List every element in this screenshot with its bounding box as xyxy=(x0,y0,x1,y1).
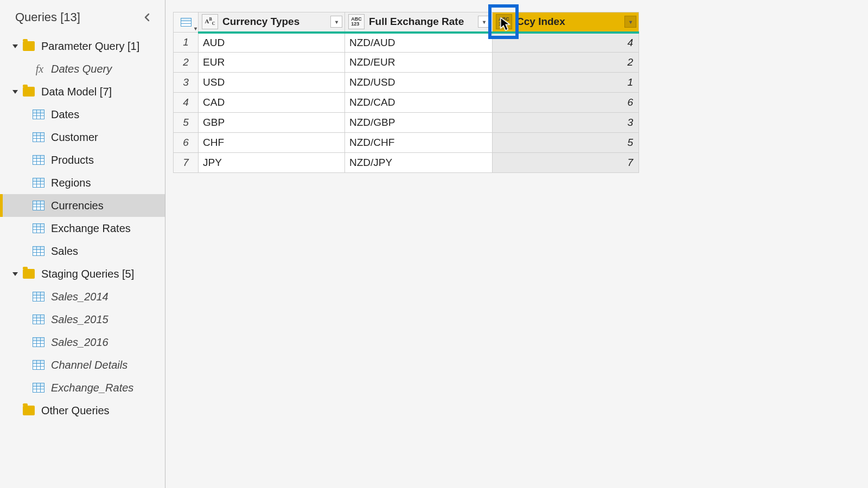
row-number: 3 xyxy=(174,73,199,93)
type-icon-text[interactable]: ABC xyxy=(202,14,218,29)
folder-icon xyxy=(23,269,35,279)
sidebar-group-label: Staging Queries [5] xyxy=(41,268,134,280)
table-icon xyxy=(33,383,44,393)
sidebar-item[interactable]: Sales_2015 xyxy=(0,308,165,331)
sidebar-title: Queries [13] xyxy=(15,10,80,24)
column-filter-button[interactable]: ▾ xyxy=(624,16,636,28)
table-row[interactable]: 2EURNZD/EUR2 xyxy=(174,53,639,73)
sidebar-group[interactable]: Data Model [7] xyxy=(0,80,165,103)
collapse-sidebar-button[interactable] xyxy=(140,10,155,25)
table-icon xyxy=(33,155,44,165)
sidebar-item[interactable]: Sales xyxy=(0,240,165,262)
cell-ccy-index[interactable]: 1 xyxy=(493,73,639,93)
sidebar-item[interactable]: Customer xyxy=(0,126,165,149)
column-filter-button[interactable]: ▾ xyxy=(330,16,342,28)
sidebar-group[interactable]: Parameter Query [1] xyxy=(0,35,165,57)
table-icon xyxy=(33,201,44,210)
sidebar-item[interactable]: Exchange Rates xyxy=(0,217,165,240)
cell-ccy-index[interactable]: 5 xyxy=(493,133,639,153)
cell-full-exchange-rate[interactable]: NZD/CHF xyxy=(345,133,493,153)
cell-full-exchange-rate[interactable]: NZD/GBP xyxy=(345,113,493,133)
cell-currency-types[interactable]: JPY xyxy=(199,153,345,173)
sidebar-item-label: Dates xyxy=(51,108,79,121)
sidebar-item[interactable]: fxDates Query xyxy=(0,57,165,80)
cell-full-exchange-rate[interactable]: NZD/JPY xyxy=(345,153,493,173)
caret-down-icon xyxy=(11,43,20,49)
column-name: Ccy Index xyxy=(516,16,624,28)
row-number: 5 xyxy=(174,113,199,133)
cell-ccy-index[interactable]: 2 xyxy=(493,53,639,73)
sidebar-item-label: Dates Query xyxy=(51,63,112,75)
sidebar-item-label: Exchange Rates xyxy=(51,222,131,235)
column-filter-button[interactable]: ▾ xyxy=(478,16,490,28)
table-row[interactable]: 3USDNZD/USD1 xyxy=(174,73,639,93)
cell-ccy-index[interactable]: 6 xyxy=(493,93,639,113)
sidebar-group-label: Parameter Query [1] xyxy=(41,40,139,53)
queries-sidebar: Queries [13] Parameter Query [1]fxDates … xyxy=(0,0,165,488)
sidebar-group-label: Other Queries xyxy=(41,404,110,417)
cell-full-exchange-rate[interactable]: NZD/USD xyxy=(345,73,493,93)
type-icon-any[interactable]: ABC 123 xyxy=(348,14,365,29)
cell-currency-types[interactable]: CAD xyxy=(199,93,345,113)
sidebar-item[interactable]: Exchange_Rates xyxy=(0,376,165,399)
table-icon xyxy=(33,337,44,347)
cell-full-exchange-rate[interactable]: NZD/AUD xyxy=(345,33,493,53)
sidebar-item-label: Regions xyxy=(51,177,91,189)
sidebar-item-label: Exchange_Rates xyxy=(51,382,133,394)
folder-icon xyxy=(23,41,35,51)
cell-currency-types[interactable]: EUR xyxy=(199,53,345,73)
table-row[interactable]: 6CHFNZD/CHF5 xyxy=(174,133,639,153)
cell-ccy-index[interactable]: 4 xyxy=(493,33,639,53)
column-name: Full Exchange Rate xyxy=(369,16,478,28)
sidebar-item-label: Sales xyxy=(51,245,78,258)
column-header-full-exchange-rate[interactable]: ABC 123 Full Exchange Rate ▾ xyxy=(345,12,493,33)
column-header-ccy-index[interactable]: ABC 123 Ccy Index ▾ xyxy=(493,12,639,33)
table-row[interactable]: 4CADNZD/CAD6 xyxy=(174,93,639,113)
row-number: 6 xyxy=(174,133,199,153)
chevron-left-icon xyxy=(143,13,152,22)
cell-ccy-index[interactable]: 7 xyxy=(493,153,639,173)
sidebar-item[interactable]: Products xyxy=(0,149,165,171)
cell-full-exchange-rate[interactable]: NZD/CAD xyxy=(345,93,493,113)
cell-currency-types[interactable]: AUD xyxy=(199,33,345,53)
sidebar-item[interactable]: Sales_2016 xyxy=(0,331,165,354)
table-icon xyxy=(33,178,44,188)
cell-currency-types[interactable]: CHF xyxy=(199,133,345,153)
row-number: 2 xyxy=(174,53,199,73)
sidebar-group-label: Data Model [7] xyxy=(41,86,112,98)
sidebar-item-label: Sales_2015 xyxy=(51,313,108,326)
table-row[interactable]: 1AUDNZD/AUD4 xyxy=(174,33,639,53)
caret-down-icon xyxy=(11,271,20,277)
sidebar-item[interactable]: Regions xyxy=(0,171,165,194)
table-icon xyxy=(33,110,44,119)
sidebar-item[interactable]: Currencies xyxy=(0,194,165,217)
type-icon-any[interactable]: ABC 123 xyxy=(496,14,512,29)
table-corner-button[interactable]: ▾ xyxy=(174,12,199,33)
caret-down-icon xyxy=(11,88,20,95)
sidebar-item-label: Currencies xyxy=(51,200,104,212)
cell-ccy-index[interactable]: 3 xyxy=(493,113,639,133)
data-table[interactable]: ▾ ABC Currency Types ▾ xyxy=(173,12,639,173)
sidebar-item-label: Sales_2016 xyxy=(51,336,108,349)
sidebar-item-label: Products xyxy=(51,154,94,166)
sidebar-item-label: Sales_2014 xyxy=(51,291,108,303)
sidebar-item[interactable]: Sales_2014 xyxy=(0,285,165,308)
row-number: 4 xyxy=(174,93,199,113)
cell-currency-types[interactable]: USD xyxy=(199,73,345,93)
chevron-down-icon: ▾ xyxy=(194,25,197,31)
sidebar-group-other[interactable]: Other Queries xyxy=(0,399,165,422)
table-icon xyxy=(33,132,44,142)
sidebar-item[interactable]: Channel Details xyxy=(0,354,165,376)
row-number: 7 xyxy=(174,153,199,173)
sidebar-item-label: Channel Details xyxy=(51,359,127,371)
cell-full-exchange-rate[interactable]: NZD/EUR xyxy=(345,53,493,73)
sidebar-group[interactable]: Staging Queries [5] xyxy=(0,262,165,285)
column-header-currency-types[interactable]: ABC Currency Types ▾ xyxy=(199,12,345,33)
sidebar-header: Queries [13] xyxy=(0,4,165,35)
cell-currency-types[interactable]: GBP xyxy=(199,113,345,133)
column-name: Currency Types xyxy=(222,16,330,28)
sidebar-item[interactable]: Dates xyxy=(0,103,165,126)
table-row[interactable]: 7JPYNZD/JPY7 xyxy=(174,153,639,173)
folder-icon xyxy=(23,87,35,97)
table-row[interactable]: 5GBPNZD/GBP3 xyxy=(174,113,639,133)
